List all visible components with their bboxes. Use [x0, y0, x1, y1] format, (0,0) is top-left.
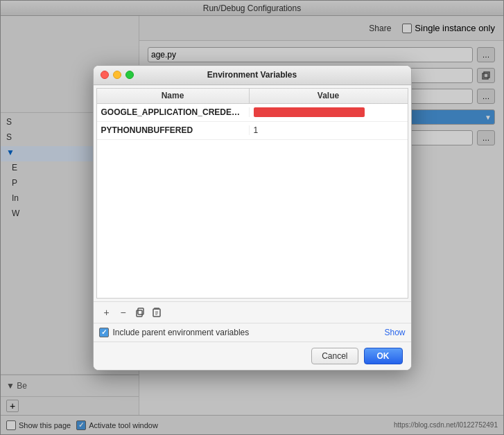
table-header: Name Value — [97, 89, 408, 104]
modal-title-bar: Environment Variables — [94, 66, 411, 85]
remove-var-button[interactable]: − — [116, 305, 131, 320]
svg-rect-2 — [137, 310, 142, 317]
table-row[interactable]: PYTHONUNBUFFERED 1 — [97, 122, 408, 140]
show-link[interactable]: Show — [384, 328, 405, 337]
row-2-value: 1 — [250, 125, 408, 135]
row-1-value — [250, 107, 408, 118]
add-var-button[interactable]: + — [99, 305, 114, 320]
modal-title: Environment Variables — [207, 70, 297, 80]
modal-overlay: Environment Variables Name Value GOOGLE_… — [0, 0, 504, 435]
paste-icon — [151, 307, 162, 318]
copy-icon — [134, 307, 146, 318]
row-1-name: GOOGLE_APPLICATION_CREDEN... — [97, 107, 250, 117]
paste-var-button[interactable] — [149, 305, 164, 320]
maximize-button[interactable] — [125, 71, 134, 79]
env-vars-modal: Environment Variables Name Value GOOGLE_… — [93, 65, 412, 371]
include-parent-env-checkbox[interactable] — [99, 328, 109, 337]
svg-rect-3 — [138, 308, 144, 314]
row-2-name: PYTHONUNBUFFERED — [97, 125, 250, 135]
minimize-button[interactable] — [113, 71, 121, 79]
table-row[interactable]: GOOGLE_APPLICATION_CREDEN... — [97, 104, 408, 122]
col-name-header: Name — [97, 89, 250, 103]
ok-button[interactable]: OK — [364, 348, 403, 364]
table-body: GOOGLE_APPLICATION_CREDEN... PYTHONUNBUF… — [97, 104, 408, 298]
col-value-header: Value — [250, 89, 408, 103]
close-button[interactable] — [101, 71, 109, 79]
copy-var-button[interactable] — [132, 305, 148, 320]
modal-footer: Cancel OK — [94, 341, 411, 370]
env-table: Name Value GOOGLE_APPLICATION_CREDEN... … — [96, 88, 408, 299]
window-controls — [101, 71, 134, 79]
modal-toolbar: + − — [94, 301, 411, 323]
cancel-button[interactable]: Cancel — [311, 348, 358, 364]
redacted-value — [254, 107, 365, 117]
modal-checkbox-row: Include parent environment variables Sho… — [94, 323, 411, 341]
include-parent-env-label: Include parent environment variables — [113, 328, 250, 337]
